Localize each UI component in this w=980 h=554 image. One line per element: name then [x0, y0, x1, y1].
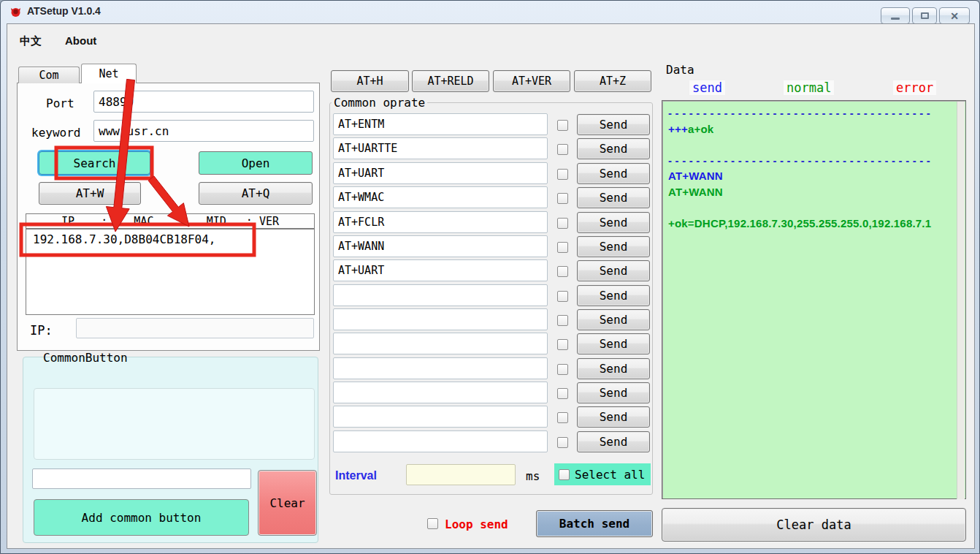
minimize-button[interactable]: [881, 7, 910, 24]
command-input[interactable]: [333, 113, 548, 135]
log-dashed-separator: - - - - - - - - - - - - - - - - - - - - …: [668, 154, 930, 167]
row-checkbox[interactable]: [557, 193, 568, 204]
log-send-text: AT+WANN: [668, 170, 723, 182]
command-input[interactable]: [333, 382, 548, 403]
command-input[interactable]: [333, 284, 548, 306]
row-checkbox[interactable]: [557, 266, 568, 277]
log-normal-text: a+ok: [688, 123, 713, 135]
send-button[interactable]: Send: [577, 260, 650, 281]
command-input[interactable]: [333, 211, 548, 233]
common-oprate-title: Common oprate: [332, 96, 427, 110]
tab-com[interactable]: Com: [18, 67, 80, 83]
row-checkbox[interactable]: [557, 242, 568, 253]
command-input[interactable]: [333, 137, 548, 159]
log-dashed-separator: - - - - - - - - - - - - - - - - - - - - …: [668, 107, 930, 119]
device-list-item[interactable]: 192.168.7.30,D8B04CB18F04,: [33, 232, 215, 246]
data-log: - - - - - - - - - - - - - - - - - - - - …: [668, 105, 953, 232]
atsetup-window: ATSetup V1.0.4 ✕ 中文 About Com Net Port k…: [0, 0, 980, 554]
row-checkbox[interactable]: [557, 388, 568, 399]
legend-normal: normal: [784, 80, 834, 95]
ath-button[interactable]: AT+H: [331, 70, 409, 92]
command-input[interactable]: [333, 430, 548, 452]
ip-label: IP:: [30, 323, 53, 338]
send-button[interactable]: Send: [577, 236, 650, 257]
common-button-group-title: CommonButton: [43, 351, 128, 365]
row-checkbox[interactable]: [557, 291, 568, 302]
select-all-control[interactable]: Select all: [554, 463, 651, 485]
close-button[interactable]: ✕: [939, 7, 970, 24]
data-group-title: Data: [664, 63, 697, 77]
title-bar[interactable]: ATSetup V1.0.4 ✕: [1, 1, 979, 23]
menu-item-language[interactable]: 中文: [20, 34, 42, 48]
atz-button[interactable]: AT+Z: [574, 70, 651, 92]
row-checkbox[interactable]: [557, 412, 568, 423]
device-list[interactable]: 192.168.7.30,D8B04CB18F04,: [26, 229, 315, 315]
log-scrollbar[interactable]: [957, 102, 965, 499]
select-all-label: Select all: [575, 468, 645, 482]
command-input[interactable]: [333, 333, 548, 354]
data-log-area[interactable]: - - - - - - - - - - - - - - - - - - - - …: [662, 100, 966, 499]
legend-error: error: [893, 80, 936, 95]
keyword-label: keyword: [31, 126, 80, 140]
interval-input[interactable]: [406, 464, 516, 485]
send-button[interactable]: Send: [577, 358, 650, 379]
interval-label: Interval: [335, 469, 377, 482]
common-button-name-input[interactable]: [32, 468, 251, 489]
maximize-icon: [921, 12, 929, 19]
row-checkbox[interactable]: [557, 120, 568, 131]
atw-button[interactable]: AT+W: [39, 182, 141, 205]
clear-data-button[interactable]: Clear data: [662, 508, 966, 542]
send-button[interactable]: Send: [577, 212, 650, 233]
command-input[interactable]: [333, 186, 548, 208]
command-input[interactable]: [333, 308, 548, 330]
search-button[interactable]: Search: [39, 151, 150, 175]
command-input[interactable]: [333, 235, 548, 257]
log-normal-text: AT+WANN: [668, 186, 723, 198]
keyword-input[interactable]: [93, 120, 314, 142]
row-checkbox[interactable]: [557, 315, 568, 326]
atreld-button[interactable]: AT+RELD: [412, 70, 489, 92]
menu-item-about[interactable]: About: [65, 34, 96, 47]
ip-input[interactable]: [76, 318, 314, 338]
close-icon: ✕: [950, 11, 959, 21]
command-input[interactable]: [333, 357, 548, 379]
row-checkbox[interactable]: [557, 364, 568, 375]
command-input[interactable]: [333, 259, 548, 281]
send-button[interactable]: Send: [577, 309, 650, 330]
select-all-checkbox[interactable]: [559, 469, 570, 480]
send-button[interactable]: Send: [577, 114, 650, 135]
command-input[interactable]: [333, 406, 548, 428]
send-button[interactable]: Send: [577, 138, 650, 159]
atq-button[interactable]: AT+Q: [199, 182, 313, 205]
send-button[interactable]: Send: [577, 382, 650, 403]
batch-send-button[interactable]: Batch send: [536, 510, 653, 537]
send-button[interactable]: Send: [577, 431, 650, 452]
port-input[interactable]: [93, 91, 314, 113]
add-common-button[interactable]: Add common button: [34, 499, 249, 536]
row-checkbox[interactable]: [557, 169, 568, 180]
app-logo-icon: [9, 5, 23, 19]
send-button[interactable]: Send: [577, 187, 650, 208]
log-normal-text: +ok=DHCP,192.168.7.30,255.255.255.0,192.…: [668, 217, 931, 229]
row-checkbox[interactable]: [557, 144, 568, 155]
send-button[interactable]: Send: [577, 406, 650, 428]
send-button[interactable]: Send: [577, 163, 650, 184]
loop-send-checkbox[interactable]: [427, 518, 438, 529]
send-button[interactable]: Send: [577, 333, 650, 354]
minimize-icon: [891, 18, 900, 20]
ms-label: ms: [526, 469, 540, 483]
send-button[interactable]: Send: [577, 285, 650, 306]
maximize-button[interactable]: [912, 7, 937, 24]
atver-button[interactable]: AT+VER: [493, 70, 570, 92]
row-checkbox[interactable]: [557, 339, 568, 350]
tab-net[interactable]: Net: [81, 64, 137, 83]
common-button-panel: [34, 388, 315, 460]
row-checkbox[interactable]: [557, 437, 568, 448]
row-checkbox[interactable]: [557, 218, 568, 229]
window-title: ATSetup V1.0.4: [27, 5, 101, 17]
loop-send-label: Loop send: [445, 517, 508, 531]
device-list-header: IP : MAC : MID : VER: [26, 213, 315, 229]
open-button[interactable]: Open: [199, 151, 313, 175]
command-input[interactable]: [333, 162, 548, 184]
clear-common-button[interactable]: Clear: [258, 470, 317, 536]
